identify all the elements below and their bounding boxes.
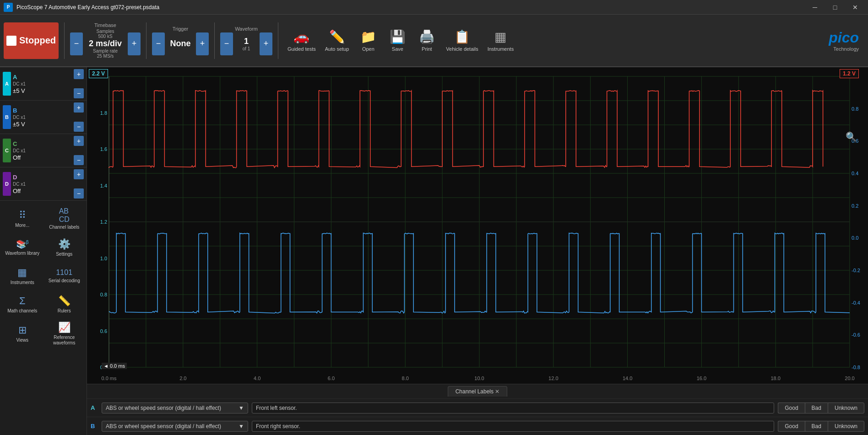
vehicle-details-button[interactable]: 📋 Vehicle details bbox=[442, 27, 482, 54]
channel-a-coupling: DC x1 bbox=[13, 81, 72, 86]
open-icon: 📁 bbox=[360, 29, 376, 44]
waveform-library-button[interactable]: 📚β Waveform library bbox=[2, 234, 43, 261]
main-area: A A DC x1 ±5 V + − B B DC x1 ±5 V + − bbox=[0, 67, 868, 435]
timebase-minus-button[interactable]: − bbox=[70, 32, 83, 55]
channel-c-name: C bbox=[13, 140, 72, 147]
channel-b-unknown-button[interactable]: Unknown bbox=[828, 421, 864, 432]
channel-a-plus-button[interactable]: + bbox=[74, 69, 84, 79]
channel-labels-tab: Channel Labels ✕ bbox=[87, 384, 868, 398]
channel-a-minus-button[interactable]: − bbox=[74, 88, 84, 98]
channel-a-letter: A bbox=[91, 404, 98, 411]
channel-d-plus-button[interactable]: + bbox=[74, 169, 84, 179]
timebase-plus-button[interactable]: + bbox=[128, 32, 141, 55]
channel-b-name: B bbox=[13, 107, 72, 114]
channel-a-unknown-button[interactable]: Unknown bbox=[828, 403, 864, 414]
reference-waveforms-button[interactable]: 📈 Reference waveforms bbox=[44, 319, 85, 349]
channel-b-dropdown[interactable]: ABS or wheel speed sensor (digital / hal… bbox=[102, 421, 248, 432]
channel-c-minus-button[interactable]: − bbox=[74, 155, 84, 165]
sidebar: A A DC x1 ±5 V + − B B DC x1 ±5 V + − bbox=[0, 67, 87, 435]
channel-b-row: B B DC x1 ±5 V + − bbox=[0, 101, 87, 134]
zoom-button[interactable]: 🔍 bbox=[846, 131, 857, 142]
channel-d-coupling: DC x1 bbox=[13, 182, 72, 187]
channel-a-good-button[interactable]: Good bbox=[778, 403, 804, 414]
voltage-label-left: 2.2 V bbox=[89, 69, 108, 78]
scope-canvas bbox=[87, 67, 868, 384]
reference-waveforms-icon: 📈 bbox=[58, 322, 71, 333]
channel-label-row-b: B ABS or wheel speed sensor (digital / h… bbox=[87, 417, 868, 435]
instruments-sidebar-icon: ▦ bbox=[17, 267, 27, 279]
voltage-label-right: 1.2 V bbox=[840, 69, 859, 78]
app-icon: P bbox=[4, 3, 13, 12]
waveform-group: Waveform − 1 of 1 + bbox=[220, 26, 272, 55]
channel-a-range: ±5 V bbox=[13, 87, 72, 94]
channel-b-range: ±5 V bbox=[13, 121, 72, 128]
channel-c-plus-button[interactable]: + bbox=[74, 136, 84, 146]
math-channels-button[interactable]: Σ Math channels bbox=[2, 290, 43, 318]
channel-a-dropdown[interactable]: ABS or wheel speed sensor (digital / hal… bbox=[102, 403, 248, 414]
waveform-library-icon: 📚β bbox=[16, 239, 29, 249]
guided-tests-button[interactable]: 🚗 Guided tests bbox=[284, 27, 320, 54]
cursor-marker: ◄ 0.0 ms bbox=[102, 363, 127, 369]
rulers-button[interactable]: 📏 Rulers bbox=[44, 290, 85, 318]
bottom-panel: Channel Labels ✕ A ABS or wheel speed se… bbox=[87, 384, 868, 435]
channel-b-bad-button[interactable]: Bad bbox=[805, 421, 828, 432]
channel-b-minus-button[interactable]: − bbox=[74, 122, 84, 132]
instruments-button[interactable]: ▦ Instruments bbox=[2, 262, 43, 290]
channel-labels-button[interactable]: ABCD Channel labels bbox=[44, 204, 85, 233]
channel-a-row: A A DC x1 ±5 V + − bbox=[0, 67, 87, 101]
stop-button[interactable]: Stopped bbox=[4, 22, 59, 59]
channel-labels-tab-close[interactable]: ✕ bbox=[495, 388, 499, 395]
channel-d-range: Off bbox=[13, 188, 72, 194]
channel-a-color-bar: A bbox=[3, 72, 11, 96]
channel-b-text-input[interactable] bbox=[252, 421, 774, 432]
maximize-button[interactable]: □ bbox=[826, 1, 844, 14]
views-icon: ⊞ bbox=[18, 324, 27, 336]
trigger-group: Trigger − None + bbox=[152, 26, 209, 55]
more-icon: ⠿ bbox=[19, 209, 26, 221]
trigger-plus-button[interactable]: + bbox=[196, 32, 209, 55]
toolbar-divider-2 bbox=[146, 22, 146, 59]
channel-b-plus-button[interactable]: + bbox=[74, 102, 84, 113]
open-button[interactable]: 📁 Open bbox=[354, 27, 382, 54]
channel-c-range: Off bbox=[13, 154, 72, 161]
vehicle-details-icon: 📋 bbox=[454, 29, 470, 44]
views-button[interactable]: ⊞ Views bbox=[2, 319, 43, 349]
channel-b-coupling: DC x1 bbox=[13, 115, 72, 120]
serial-decoding-button[interactable]: 1101 Serial decoding bbox=[44, 262, 85, 290]
channel-d-minus-button[interactable]: − bbox=[74, 188, 84, 199]
auto-setup-button[interactable]: ✏️ Auto setup bbox=[321, 27, 353, 54]
instruments-icon: ▦ bbox=[494, 29, 506, 44]
channel-a-text-input[interactable] bbox=[252, 403, 774, 414]
instruments-toolbar-button[interactable]: ▦ Instruments bbox=[484, 27, 517, 54]
toolbar-divider-4 bbox=[278, 22, 278, 59]
settings-button[interactable]: ⚙️ Settings bbox=[44, 234, 85, 261]
channel-d-name: D bbox=[13, 174, 72, 181]
minimize-button[interactable]: ─ bbox=[806, 1, 824, 14]
serial-decoding-icon: 1101 bbox=[56, 269, 72, 277]
channel-b-gbu-group: Good Bad Unknown bbox=[778, 421, 864, 432]
channel-b-good-button[interactable]: Good bbox=[778, 421, 804, 432]
waveform-minus-button[interactable]: − bbox=[220, 32, 233, 55]
save-button[interactable]: 💾 Save bbox=[384, 27, 411, 54]
channel-d-row: D D DC x1 Off + − bbox=[0, 167, 87, 201]
print-button[interactable]: 🖨️ Print bbox=[413, 27, 440, 54]
dropdown-b-chevron: ▼ bbox=[239, 423, 244, 430]
auto-setup-icon: ✏️ bbox=[329, 29, 345, 44]
math-channels-icon: Σ bbox=[19, 295, 26, 307]
channel-a-bad-button[interactable]: Bad bbox=[805, 403, 828, 414]
channel-labels-tab-button[interactable]: Channel Labels ✕ bbox=[448, 386, 508, 397]
rulers-icon: 📏 bbox=[58, 295, 71, 307]
title-bar: P PicoScope 7 Automotive Early Access gt… bbox=[0, 0, 868, 15]
settings-icon: ⚙️ bbox=[58, 238, 71, 250]
dropdown-a-chevron: ▼ bbox=[239, 405, 244, 411]
channel-c-color-bar: C bbox=[3, 139, 11, 162]
trigger-minus-button[interactable]: − bbox=[152, 32, 165, 55]
content-area: 2.2 V 1.2 V 🔍 ◄ 0.0 ms Channel Labels ✕ … bbox=[87, 67, 868, 435]
more-button[interactable]: ⠿ More... bbox=[2, 204, 43, 233]
channel-b-letter: B bbox=[91, 423, 98, 430]
channel-c-coupling: DC x1 bbox=[13, 148, 72, 153]
channel-b-color-bar: B bbox=[3, 105, 11, 129]
waveform-plus-button[interactable]: + bbox=[260, 32, 272, 55]
guided-tests-icon: 🚗 bbox=[293, 29, 309, 44]
close-button[interactable]: ✕ bbox=[846, 1, 864, 14]
